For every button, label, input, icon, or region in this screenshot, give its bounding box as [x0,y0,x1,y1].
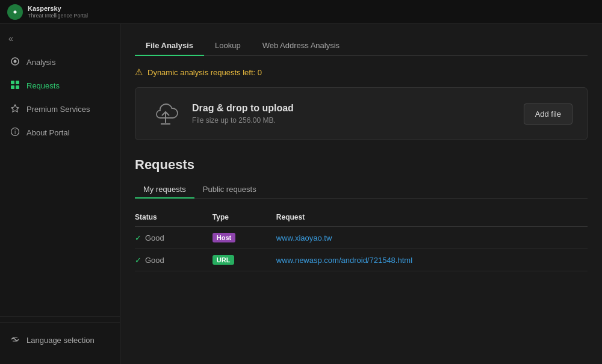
premium-icon [10,103,20,115]
sidebar-item-about[interactable]: i About Portal [0,121,120,144]
app-subtitle: Threat Intelligence Portal [28,13,88,19]
tab-lookup[interactable]: Lookup [204,36,252,56]
sidebar-item-language[interactable]: Language selection [0,329,120,352]
topbar: Kaspersky Threat Intelligence Portal [0,0,602,24]
add-file-button[interactable]: Add file [524,103,573,125]
svg-rect-4 [16,81,19,84]
request-link[interactable]: www.newasp.com/android/721548.html [276,256,412,265]
logo-text: Kaspersky Threat Intelligence Portal [28,5,88,19]
cell-request: www.xiaoyao.tw [276,227,588,249]
table-row: ✓GoodURLwww.newasp.com/android/721548.ht… [135,249,588,271]
tab-web-address[interactable]: Web Address Analysis [252,36,350,56]
warning-icon: ⚠ [135,67,143,78]
main-tabs: File Analysis Lookup Web Address Analysi… [135,36,588,56]
sidebar-divider [0,316,120,317]
cell-status: ✓Good [135,227,213,249]
svg-rect-6 [16,85,19,89]
content-area: File Analysis Lookup Web Address Analysi… [120,24,602,364]
cell-request: www.newasp.com/android/721548.html [276,249,588,271]
requests-icon [10,80,20,91]
sidebar-item-label-requests: Requests [26,81,60,90]
sidebar: « Analysis [0,24,120,364]
col-type: Type [213,208,276,227]
check-icon: ✓ [135,256,141,265]
language-icon [10,335,20,346]
sub-tab-my-requests[interactable]: My requests [135,181,194,199]
warning-text: Dynamic analysis requests left: 0 [147,68,262,77]
requests-sub-tabs: My requests Public requests [135,181,588,199]
svg-rect-5 [11,85,14,89]
cloud-upload-icon [150,101,181,126]
svg-rect-3 [11,81,14,84]
upload-subtitle: File size up to 256.00 MB. [192,116,513,125]
request-link[interactable]: www.xiaoyao.tw [276,233,332,242]
about-icon: i [10,127,20,138]
cell-type: URL [213,249,276,271]
sidebar-item-requests[interactable]: Requests [0,74,120,97]
logo-icon [7,4,23,20]
section-title: Requests [135,157,588,173]
sidebar-nav: Analysis Requests [0,51,120,312]
upload-text: Drag & drop to upload File size up to 25… [192,103,513,125]
type-badge: Host [213,233,235,242]
cell-status: ✓Good [135,249,213,271]
warning-bar: ⚠ Dynamic analysis requests left: 0 [135,67,588,78]
sidebar-item-premium[interactable]: Premium Services [0,97,120,121]
status-text: Good [145,256,164,265]
svg-point-2 [14,60,17,63]
sidebar-item-label-language: Language selection [26,336,95,345]
sidebar-item-label-premium: Premium Services [26,105,90,114]
svg-text:i: i [14,129,16,135]
sidebar-collapse-button[interactable]: « [0,30,120,51]
check-icon: ✓ [135,233,141,242]
type-badge: URL [213,255,235,265]
analysis-icon [10,57,20,68]
status-text: Good [145,233,164,242]
tab-file-analysis[interactable]: File Analysis [135,36,204,56]
col-status: Status [135,208,213,227]
sidebar-bottom: Language selection [0,322,120,358]
sidebar-item-label-about: About Portal [26,128,70,137]
sidebar-item-analysis[interactable]: Analysis [0,51,120,74]
cell-type: Host [213,227,276,249]
sub-tab-public-requests[interactable]: Public requests [194,181,265,199]
upload-title: Drag & drop to upload [192,103,513,114]
sidebar-item-label-analysis: Analysis [26,58,55,67]
main-layout: « Analysis [0,24,602,364]
upload-box[interactable]: Drag & drop to upload File size up to 25… [135,87,588,140]
table-row: ✓GoodHostwww.xiaoyao.tw [135,227,588,249]
col-request: Request [276,208,588,227]
app-title: Kaspersky [28,5,88,13]
requests-table: Status Type Request ✓GoodHostwww.xiaoyao… [135,208,588,271]
logo: Kaspersky Threat Intelligence Portal [7,4,88,20]
requests-section: Requests My requests Public requests Sta… [135,157,588,271]
